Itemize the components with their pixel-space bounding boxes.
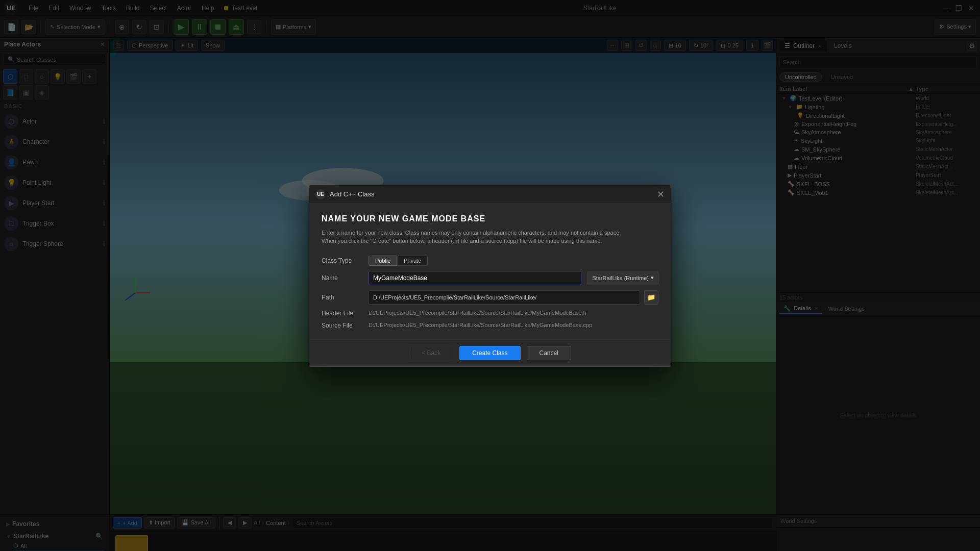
modal-header: UE Add C++ Class ✕ xyxy=(309,185,671,204)
path-row: Path 📁 xyxy=(322,290,658,305)
back-button[interactable]: < Back xyxy=(409,346,453,360)
class-type-toggle: Public Private xyxy=(369,256,428,266)
private-radio[interactable]: Private xyxy=(397,256,428,266)
browse-button[interactable]: 📁 xyxy=(644,290,658,305)
modal-overlay: UE Add C++ Class ✕ NAME YOUR NEW GAME MO… xyxy=(0,0,980,551)
modal-body: NAME YOUR NEW GAME MODE BASE Enter a nam… xyxy=(309,204,671,339)
class-type-label: Class Type xyxy=(322,257,362,264)
name-label: Name xyxy=(322,274,362,282)
runtime-label: StarRailLike (Runtime) xyxy=(592,275,649,281)
modal-description: Enter a name for your new class. Class n… xyxy=(322,229,658,245)
modal-footer: < Back Create Class Cancel xyxy=(309,339,671,366)
header-file-value: D:/UEProjects/UE5_Precompile/StarRailLik… xyxy=(369,310,658,316)
header-file-label: Header File xyxy=(322,310,362,317)
header-file-row: Header File D:/UEProjects/UE5_Precompile… xyxy=(322,310,658,317)
cancel-button[interactable]: Cancel xyxy=(527,346,571,360)
class-name-input[interactable] xyxy=(369,271,581,285)
create-class-button[interactable]: Create Class xyxy=(459,346,520,360)
runtime-dropdown[interactable]: StarRailLike (Runtime) ▾ xyxy=(587,271,658,285)
path-input[interactable] xyxy=(369,290,640,305)
runtime-arrow-icon: ▾ xyxy=(651,274,654,281)
source-file-row: Source File D:/UEProjects/UE5_Precompile… xyxy=(322,322,658,329)
modal-title: Add C++ Class xyxy=(330,190,374,198)
modal-close-button[interactable]: ✕ xyxy=(657,190,665,199)
add-cpp-class-modal: UE Add C++ Class ✕ NAME YOUR NEW GAME MO… xyxy=(309,185,671,367)
source-file-value: D:/UEProjects/UE5_Precompile/StarRailLik… xyxy=(369,322,658,328)
path-label: Path xyxy=(322,294,362,301)
class-type-row: Class Type Public Private xyxy=(322,256,658,266)
name-row: Name StarRailLike (Runtime) ▾ xyxy=(322,271,658,285)
modal-heading: NAME YOUR NEW GAME MODE BASE xyxy=(322,214,658,223)
public-radio[interactable]: Public xyxy=(369,256,397,266)
modal-ue-logo: UE xyxy=(315,189,326,199)
source-file-label: Source File xyxy=(322,322,362,329)
modal-title-row: UE Add C++ Class xyxy=(315,189,374,199)
modal-form: Class Type Public Private Name StarRailL… xyxy=(322,256,658,329)
